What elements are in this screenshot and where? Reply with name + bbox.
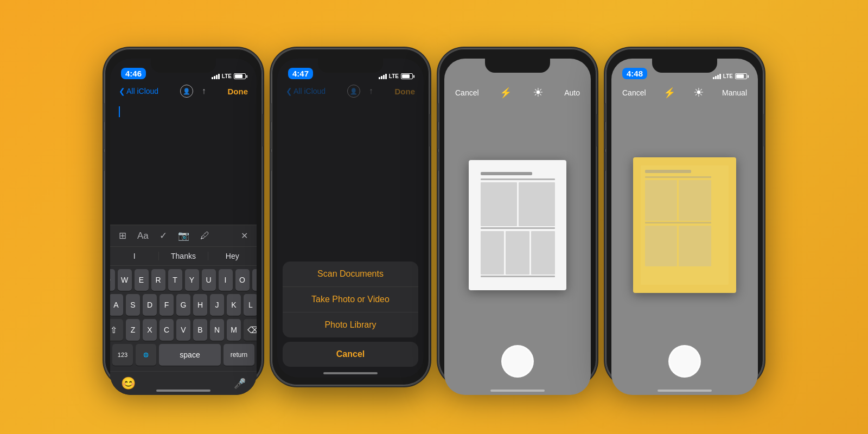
notes-content-1[interactable]: [110, 102, 257, 225]
bar-2-4: [385, 74, 387, 79]
flash-icon-4[interactable]: ⚡: [663, 87, 675, 99]
format-icon[interactable]: Aa: [137, 231, 149, 241]
predictive-bar-1: I Thanks Hey: [110, 246, 257, 266]
cancel-item[interactable]: Cancel: [283, 342, 418, 367]
key-S[interactable]: S: [126, 294, 140, 316]
take-photo-item[interactable]: Take Photo or Video: [283, 287, 418, 312]
doc-section-2: [481, 231, 555, 275]
flash-icon-3[interactable]: ⚡: [500, 87, 512, 99]
photo-library-item[interactable]: Photo Library: [283, 312, 418, 337]
phone-2: 4:47 LTE ❮ All iCloud: [272, 49, 429, 385]
checkmark-icon[interactable]: ✓: [159, 230, 167, 241]
key-P[interactable]: P: [252, 269, 257, 291]
camera-toolbar-icon[interactable]: 📷: [178, 230, 189, 241]
camera-header-3: Cancel ⚡ ☀ Auto: [444, 82, 591, 105]
key-X[interactable]: X: [143, 319, 157, 341]
chevron-left-icon-1: ❮: [119, 87, 125, 95]
key-C[interactable]: C: [159, 319, 174, 341]
signal-bars-1: [212, 74, 220, 79]
doc-section-1: [481, 182, 555, 226]
bar-3: [216, 75, 218, 79]
key-B[interactable]: B: [193, 319, 207, 341]
key-G[interactable]: G: [176, 294, 190, 316]
brightness-icon-3[interactable]: ☀: [533, 86, 544, 100]
key-M[interactable]: M: [227, 319, 241, 341]
mode-label-4[interactable]: Manual: [722, 88, 747, 97]
scan-documents-item[interactable]: Scan Documents: [283, 261, 418, 287]
key-K[interactable]: K: [227, 294, 241, 316]
pred-word-2[interactable]: Hey: [208, 252, 257, 260]
shift-key[interactable]: ⇧: [110, 319, 123, 341]
done-button-1[interactable]: Done: [227, 87, 248, 96]
doc-visual-4: [641, 165, 715, 271]
doc-inner-4: [641, 165, 729, 285]
delete-key[interactable]: ⌫: [244, 319, 257, 341]
notch-3: [485, 59, 550, 73]
key-N[interactable]: N: [210, 319, 224, 341]
done-button-2[interactable]: Done: [394, 87, 415, 96]
bar-1: [212, 77, 213, 79]
return-key[interactable]: return: [224, 344, 254, 366]
key-row-3: ⇧ Z X C V B N M ⌫: [112, 319, 254, 341]
key-D[interactable]: D: [143, 294, 157, 316]
toolbar-icons-1: ⊞ Aa ✓ 📷 🖊: [119, 230, 209, 241]
emoji-key[interactable]: 🌐: [136, 344, 156, 366]
key-L[interactable]: L: [244, 294, 257, 316]
shutter-button-4[interactable]: [668, 345, 701, 378]
doc-section-4-2: [645, 226, 711, 266]
phone-1: 4:46 LTE ❮ All iCloud: [105, 49, 262, 385]
text-cursor-1: [119, 106, 120, 117]
bar-4-3: [717, 75, 719, 79]
key-T[interactable]: T: [168, 269, 182, 291]
key-J[interactable]: J: [210, 294, 224, 316]
lte-label-4: LTE: [723, 73, 733, 79]
cancel-button-3[interactable]: Cancel: [455, 88, 479, 97]
doc-col-2: [519, 182, 555, 226]
back-button-2[interactable]: ❮ All iCloud: [286, 87, 326, 95]
pred-word-0[interactable]: I: [110, 252, 159, 260]
brightness-icon-4[interactable]: ☀: [693, 86, 704, 100]
key-O[interactable]: O: [235, 269, 250, 291]
numbers-key[interactable]: 123: [112, 344, 133, 366]
close-toolbar-icon[interactable]: ✕: [241, 231, 248, 241]
pred-word-1[interactable]: Thanks: [159, 252, 208, 260]
lte-label-2: LTE: [389, 73, 399, 79]
phone-2-screen: 4:47 LTE ❮ All iCloud: [277, 59, 424, 378]
doc-visual-3: [476, 168, 559, 282]
header-icons-2: 👤 ↑: [347, 85, 373, 98]
mode-label-3[interactable]: Auto: [564, 88, 580, 97]
back-button-1[interactable]: ❮ All iCloud: [119, 87, 158, 95]
key-A[interactable]: A: [110, 294, 123, 316]
bar-2-1: [379, 77, 380, 79]
key-Z[interactable]: Z: [126, 319, 140, 341]
camera-view-3: [444, 105, 591, 345]
cancel-button-4[interactable]: Cancel: [622, 88, 646, 97]
key-V[interactable]: V: [176, 319, 190, 341]
doc-col-4-3: [645, 226, 677, 266]
camera-bottom-4: [611, 345, 758, 395]
mic-button-1[interactable]: 🎤: [234, 378, 246, 390]
battery-4: [735, 73, 747, 79]
document-highlighted-4: [633, 157, 736, 293]
notch-1: [151, 59, 216, 73]
key-U[interactable]: U: [202, 269, 216, 291]
key-I[interactable]: I: [219, 269, 233, 291]
phone-4-screen: 4:48 LTE Cancel ⚡ ☀ Manual: [611, 59, 758, 395]
share-icon-1: ↑: [202, 86, 206, 96]
key-Y[interactable]: Y: [185, 269, 199, 291]
emoji-button-1[interactable]: 😊: [121, 376, 136, 391]
pen-icon[interactable]: 🖊: [200, 231, 209, 241]
key-E[interactable]: E: [135, 269, 149, 291]
key-R[interactable]: R: [151, 269, 165, 291]
doc-col-4-1: [645, 180, 677, 221]
space-key[interactable]: space: [159, 344, 221, 366]
phone-3-screen: Cancel ⚡ ☀ Auto: [444, 59, 591, 395]
key-row-2: A S D F G H J K L: [112, 294, 254, 316]
key-H[interactable]: H: [193, 294, 207, 316]
key-W[interactable]: W: [118, 269, 132, 291]
shutter-button-3[interactable]: [501, 345, 534, 378]
table-icon[interactable]: ⊞: [119, 230, 126, 241]
key-F[interactable]: F: [159, 294, 174, 316]
key-Q[interactable]: Q: [110, 269, 115, 291]
doc-row-3: [481, 276, 555, 277]
